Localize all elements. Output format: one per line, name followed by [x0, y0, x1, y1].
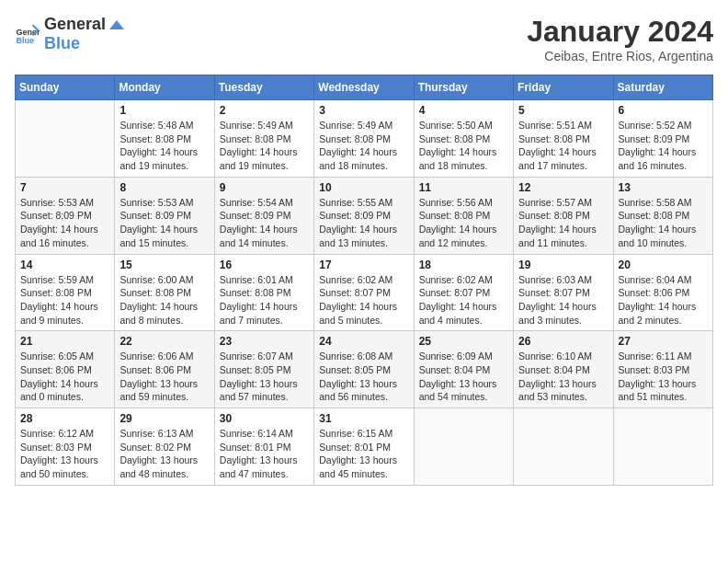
day-info: Sunrise: 6:05 AMSunset: 8:06 PMDaylight:… [20, 350, 109, 404]
calendar-cell [514, 408, 613, 486]
logo-general: General [44, 15, 106, 34]
calendar-cell: 27Sunrise: 6:11 AMSunset: 8:03 PMDayligh… [613, 331, 712, 408]
day-number: 10 [319, 181, 408, 194]
day-number: 2 [220, 104, 309, 117]
calendar-cell: 26Sunrise: 6:10 AMSunset: 8:04 PMDayligh… [514, 331, 613, 408]
day-number: 30 [220, 412, 309, 425]
calendar-week-row: 1Sunrise: 5:48 AMSunset: 8:08 PMDaylight… [16, 100, 713, 178]
day-info: Sunrise: 5:48 AMSunset: 8:08 PMDaylight:… [119, 119, 209, 173]
title-block: January 2024 Ceibas, Entre Rios, Argenti… [527, 15, 713, 63]
day-number: 22 [119, 335, 209, 348]
day-number: 24 [319, 335, 408, 348]
day-info: Sunrise: 6:10 AMSunset: 8:04 PMDaylight:… [518, 350, 608, 404]
day-header-wednesday: Wednesday [314, 75, 414, 100]
logo: General Blue General Blue [15, 15, 126, 53]
calendar-cell: 23Sunrise: 6:07 AMSunset: 8:05 PMDayligh… [214, 331, 313, 408]
day-number: 1 [119, 104, 209, 117]
day-number: 20 [619, 259, 708, 271]
day-number: 12 [518, 181, 608, 194]
calendar-cell: 25Sunrise: 6:09 AMSunset: 8:04 PMDayligh… [414, 331, 513, 408]
day-number: 27 [619, 335, 708, 348]
calendar-cell: 11Sunrise: 5:56 AMSunset: 8:08 PMDayligh… [414, 177, 513, 254]
day-info: Sunrise: 5:53 AMSunset: 8:09 PMDaylight:… [20, 196, 109, 250]
day-info: Sunrise: 6:01 AMSunset: 8:08 PMDaylight:… [220, 273, 309, 327]
calendar-cell [613, 408, 712, 486]
calendar-cell: 24Sunrise: 6:08 AMSunset: 8:05 PMDayligh… [314, 331, 414, 408]
day-info: Sunrise: 6:07 AMSunset: 8:05 PMDaylight:… [220, 350, 309, 404]
calendar-cell: 18Sunrise: 6:02 AMSunset: 8:07 PMDayligh… [414, 254, 513, 331]
day-header-thursday: Thursday [414, 75, 513, 100]
calendar-cell: 10Sunrise: 5:55 AMSunset: 8:09 PMDayligh… [314, 177, 414, 254]
calendar-cell: 8Sunrise: 5:53 AMSunset: 8:09 PMDaylight… [115, 177, 214, 254]
day-info: Sunrise: 6:00 AMSunset: 8:08 PMDaylight:… [119, 273, 209, 327]
day-info: Sunrise: 5:49 AMSunset: 8:08 PMDaylight:… [319, 119, 408, 173]
calendar-cell: 4Sunrise: 5:50 AMSunset: 8:08 PMDaylight… [414, 100, 513, 178]
day-info: Sunrise: 5:54 AMSunset: 8:09 PMDaylight:… [220, 196, 309, 250]
day-info: Sunrise: 5:55 AMSunset: 8:09 PMDaylight:… [319, 196, 408, 250]
logo-blue: Blue [44, 34, 80, 52]
calendar-week-row: 7Sunrise: 5:53 AMSunset: 8:09 PMDaylight… [16, 177, 713, 254]
day-number: 7 [20, 181, 109, 194]
calendar-week-row: 14Sunrise: 5:59 AMSunset: 8:08 PMDayligh… [16, 254, 713, 331]
day-info: Sunrise: 6:02 AMSunset: 8:07 PMDaylight:… [319, 273, 408, 327]
calendar-cell: 20Sunrise: 6:04 AMSunset: 8:06 PMDayligh… [613, 254, 712, 331]
calendar-cell [16, 100, 115, 178]
calendar-cell: 31Sunrise: 6:15 AMSunset: 8:01 PMDayligh… [314, 408, 414, 486]
calendar-week-row: 28Sunrise: 6:12 AMSunset: 8:03 PMDayligh… [16, 408, 713, 486]
day-info: Sunrise: 6:08 AMSunset: 8:05 PMDaylight:… [319, 350, 408, 404]
day-info: Sunrise: 6:09 AMSunset: 8:04 PMDaylight:… [419, 350, 508, 404]
calendar-cell: 16Sunrise: 6:01 AMSunset: 8:08 PMDayligh… [214, 254, 313, 331]
calendar-cell: 14Sunrise: 5:59 AMSunset: 8:08 PMDayligh… [16, 254, 115, 331]
day-info: Sunrise: 6:12 AMSunset: 8:03 PMDaylight:… [20, 427, 109, 481]
day-info: Sunrise: 6:02 AMSunset: 8:07 PMDaylight:… [419, 273, 508, 327]
calendar-cell: 9Sunrise: 5:54 AMSunset: 8:09 PMDaylight… [214, 177, 313, 254]
calendar-cell: 6Sunrise: 5:52 AMSunset: 8:09 PMDaylight… [613, 100, 712, 178]
day-number: 13 [619, 181, 708, 194]
day-info: Sunrise: 6:11 AMSunset: 8:03 PMDaylight:… [619, 350, 708, 404]
calendar-table: SundayMondayTuesdayWednesdayThursdayFrid… [15, 75, 713, 486]
calendar-cell: 30Sunrise: 6:14 AMSunset: 8:01 PMDayligh… [214, 408, 313, 486]
day-number: 21 [20, 335, 109, 348]
day-number: 11 [419, 181, 508, 194]
calendar-cell: 12Sunrise: 5:57 AMSunset: 8:08 PMDayligh… [514, 177, 613, 254]
day-number: 23 [220, 335, 309, 348]
day-info: Sunrise: 5:56 AMSunset: 8:08 PMDaylight:… [419, 196, 508, 250]
calendar-cell: 1Sunrise: 5:48 AMSunset: 8:08 PMDaylight… [115, 100, 214, 178]
day-number: 29 [119, 412, 209, 425]
calendar-cell: 7Sunrise: 5:53 AMSunset: 8:09 PMDaylight… [16, 177, 115, 254]
day-info: Sunrise: 6:14 AMSunset: 8:01 PMDaylight:… [220, 427, 309, 481]
svg-text:Blue: Blue [16, 36, 34, 45]
day-number: 16 [220, 259, 309, 271]
day-number: 4 [419, 104, 508, 117]
page-header: General Blue General Blue January 2024 C… [15, 15, 713, 63]
calendar-cell: 21Sunrise: 6:05 AMSunset: 8:06 PMDayligh… [16, 331, 115, 408]
day-info: Sunrise: 6:15 AMSunset: 8:01 PMDaylight:… [319, 427, 408, 481]
day-number: 26 [518, 335, 608, 348]
day-info: Sunrise: 6:06 AMSunset: 8:06 PMDaylight:… [119, 350, 209, 404]
day-info: Sunrise: 6:04 AMSunset: 8:06 PMDaylight:… [619, 273, 708, 327]
calendar-cell: 13Sunrise: 5:58 AMSunset: 8:08 PMDayligh… [613, 177, 712, 254]
day-info: Sunrise: 6:03 AMSunset: 8:07 PMDaylight:… [518, 273, 608, 327]
day-number: 14 [20, 259, 109, 271]
day-header-sunday: Sunday [16, 75, 115, 100]
calendar-cell: 19Sunrise: 6:03 AMSunset: 8:07 PMDayligh… [514, 254, 613, 331]
calendar-cell [414, 408, 513, 486]
calendar-cell: 15Sunrise: 6:00 AMSunset: 8:08 PMDayligh… [115, 254, 214, 331]
day-number: 8 [119, 181, 209, 194]
day-info: Sunrise: 5:53 AMSunset: 8:09 PMDaylight:… [119, 196, 209, 250]
day-number: 19 [518, 259, 608, 271]
subtitle: Ceibas, Entre Rios, Argentina [527, 49, 713, 63]
day-number: 28 [20, 412, 109, 425]
day-info: Sunrise: 6:13 AMSunset: 8:02 PMDaylight:… [119, 427, 209, 481]
day-number: 3 [319, 104, 408, 117]
calendar-cell: 3Sunrise: 5:49 AMSunset: 8:08 PMDaylight… [314, 100, 414, 178]
calendar-header-row: SundayMondayTuesdayWednesdayThursdayFrid… [16, 75, 713, 100]
day-info: Sunrise: 5:59 AMSunset: 8:08 PMDaylight:… [20, 273, 109, 327]
day-number: 5 [518, 104, 608, 117]
day-header-monday: Monday [115, 75, 214, 100]
day-number: 31 [319, 412, 408, 425]
calendar-cell: 29Sunrise: 6:13 AMSunset: 8:02 PMDayligh… [115, 408, 214, 486]
calendar-cell: 5Sunrise: 5:51 AMSunset: 8:08 PMDaylight… [514, 100, 613, 178]
day-header-tuesday: Tuesday [214, 75, 313, 100]
day-header-saturday: Saturday [613, 75, 712, 100]
